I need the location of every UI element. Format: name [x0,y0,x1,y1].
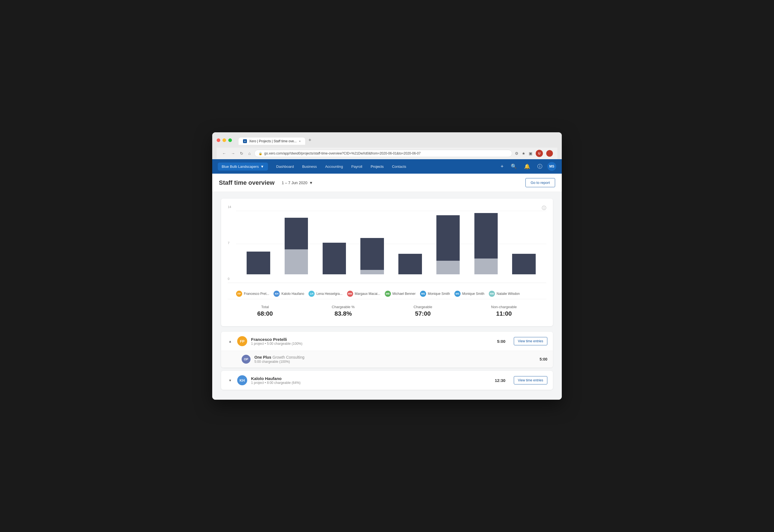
legend-label-6: Monique Smith [462,292,484,296]
org-dropdown-icon: ▼ [260,164,264,169]
legend-avatar-5: MS [420,291,426,297]
legend-label-0: Francesco Pret... [244,292,269,296]
browser-window: X Xero | Projects | Staff time ove... × … [212,132,562,400]
staff-collapse-btn-1[interactable]: ▾ [227,377,233,384]
notifications-button[interactable]: 🔔 [522,162,532,171]
stat-non-chargeable: Non-chargeable 11:00 [491,305,517,317]
staff-collapse-btn-0[interactable]: ▴ [227,338,233,344]
project-avatar-0-0: OP [242,355,251,364]
staff-view-entries-btn-0[interactable]: View time entries [514,337,547,345]
bar-chargeable-7 [512,254,536,274]
legend-label-1: Kalolo Haufano [281,292,304,296]
addressbar-actions: ⚙ ★ ▣ U [515,150,553,157]
legend-label-2: Lena Hesselgra... [316,292,342,296]
browser-tabs: X Xero | Projects | Staff time ove... × … [239,136,313,145]
staff-header-1: ▾KHKalolo Haufano1 project • 8:00 charge… [221,371,553,390]
new-tab-button[interactable]: + [306,136,314,145]
bar-stack-6[interactable] [474,213,498,274]
stat-chargeable-label: Chargeable [414,305,432,309]
bar-non-chargeable-3 [360,270,384,274]
traffic-light-red[interactable] [217,138,220,142]
bar-group-0 [242,211,275,274]
legend-item-7: NWNatalie Wilsdon [489,291,520,297]
legend-item-2: LHLena Hesselgra... [308,291,342,297]
stat-chargeable-pct-value: 83.8% [332,310,355,317]
legend-item-1: KHKalolo Haufano [274,291,304,297]
bar-stack-5[interactable] [436,215,460,274]
nav-link-projects[interactable]: Projects [367,162,388,171]
project-name-0-0: One Plus Growth Consulting [254,355,540,360]
nav-link-business[interactable]: Business [298,162,321,171]
url-input[interactable]: 🔒 go.xero.com/app/!dwxd0/projects/staff-… [254,150,512,157]
bar-chargeable-0 [247,252,270,274]
active-tab[interactable]: X Xero | Projects | Staff time ove... × [239,138,305,145]
stat-chargeable: Chargeable 57:00 [414,305,432,317]
nav-link-dashboard[interactable]: Dashboard [272,162,298,171]
nav-link-contacts[interactable]: Contacts [388,162,410,171]
add-button[interactable]: + [498,163,506,171]
nav-links: Dashboard Business Accounting Payroll Pr… [272,162,497,171]
bar-stack-4[interactable] [398,254,422,274]
bar-stack-0[interactable] [247,252,270,274]
page-content: Staff time overview 1 – 7 Jun 2020 ▼ Go … [212,174,562,400]
tab-close-button[interactable]: × [299,140,300,143]
legend-avatar-6: MS [454,291,461,297]
org-switcher-button[interactable]: Blue Bulb Landscapers ▼ [218,163,268,171]
bar-stack-7[interactable] [512,254,536,274]
go-to-report-button[interactable]: Go to report [525,178,555,187]
legend-item-4: MBMichael Benner [385,291,416,297]
bar-stack-3[interactable] [360,238,384,274]
staff-time-0: 5:00 [497,339,505,344]
page-title: Staff time overview [219,179,275,186]
traffic-light-green[interactable] [228,138,232,142]
legend-label-4: Michael Benner [393,292,416,296]
search-icon[interactable]: ⚙ [515,151,518,156]
staff-name-0: Francesco Pretelli [251,337,493,342]
stats-row: Total 68:00 Chargeable % 83.8% Chargeabl… [228,299,546,320]
bar-stack-1[interactable] [285,218,308,274]
xero-account-icon[interactable] [546,150,553,157]
back-button[interactable]: ← [221,150,227,157]
extensions-icon[interactable]: ▣ [529,151,532,156]
org-name: Blue Bulb Landscapers [222,164,259,169]
page-header-left: Staff time overview 1 – 7 Jun 2020 ▼ [219,179,316,187]
chart-area: ⓘ 0 7 14 [228,205,546,283]
legend-item-5: MSMonique Smith [420,291,450,297]
legend-item-6: MSMonique Smith [454,291,484,297]
help-button[interactable]: ⓘ [535,162,545,171]
nav-link-accounting[interactable]: Accounting [321,162,347,171]
staff-meta-0: 1 project • 5:00 chargeable (100%) [251,342,493,346]
nav-actions: + 🔍 🔔 ⓘ MS [498,162,556,171]
user-profile-icon[interactable]: U [536,150,543,157]
bar-group-1 [280,211,313,274]
url-text: go.xero.com/app/!dwxd0/projects/staff-ti… [264,151,508,155]
staff-card-0: ▴FPFrancesco Pretelli1 project • 5:00 ch… [221,332,553,368]
legend-avatar-3: MM [347,291,353,297]
bar-group-7 [507,211,541,274]
stat-total-label: Total [257,305,273,309]
bar-group-6 [469,211,503,274]
bar-stack-2[interactable] [323,243,346,275]
date-range-picker[interactable]: 1 – 7 Jun 2020 ▼ [279,179,316,187]
global-search-button[interactable]: 🔍 [509,162,519,171]
staff-info-0: Francesco Pretelli1 project • 5:00 charg… [251,337,493,346]
home-button[interactable]: ⌂ [247,150,252,157]
nav-link-payroll[interactable]: Payroll [347,162,366,171]
user-avatar[interactable]: MS [547,162,556,171]
refresh-button[interactable]: ↻ [239,150,244,157]
stat-chargeable-pct: Chargeable % 83.8% [332,305,355,317]
bar-chargeable-1 [285,218,308,249]
forward-button[interactable]: → [230,150,236,157]
staff-header-0: ▴FPFrancesco Pretelli1 project • 5:00 ch… [221,332,553,351]
bar-group-5 [431,211,465,274]
bar-non-chargeable-1 [285,249,308,274]
staff-view-entries-btn-1[interactable]: View time entries [514,376,547,384]
bookmark-icon[interactable]: ★ [522,151,525,156]
legend-item-0: FPFrancesco Pret... [236,291,269,297]
stat-chargeable-pct-label: Chargeable % [332,305,355,309]
traffic-light-yellow[interactable] [222,138,226,142]
bar-group-2 [318,211,351,274]
legend-label-5: Monique Smith [428,292,450,296]
staff-time-1: 12:30 [495,378,505,383]
y-label-0: 0 [228,277,236,280]
